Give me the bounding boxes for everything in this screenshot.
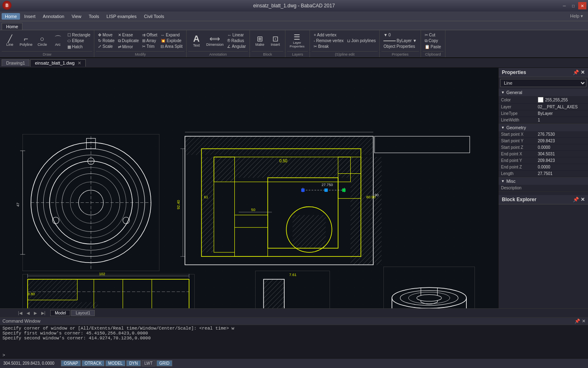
minimize-button[interactable]: ─ — [560, 2, 568, 9]
command-close-icon[interactable]: ✕ — [582, 319, 586, 324]
block-explorer-close-icon[interactable]: ✕ — [581, 197, 585, 202]
arc-button[interactable]: ⌒ Arc — [51, 34, 65, 47]
line-button[interactable]: ╱ Line — [2, 34, 17, 47]
doc-tab-close[interactable]: ✕ — [78, 61, 81, 65]
ribbon-group-annotation: A Text ⟺ Dimension ↔ Linear ® Radius ∠ A… — [187, 30, 250, 57]
draw-label: Draw — [2, 51, 92, 56]
move-button[interactable]: ✥ Move — [97, 32, 116, 38]
offset-button[interactable]: ⇉ Offset — [141, 32, 158, 38]
close-button[interactable]: ✕ — [578, 2, 586, 9]
help-area[interactable]: Help ▾ — [570, 13, 586, 19]
layer-dropdown[interactable]: ▼ 0 — [382, 32, 418, 38]
color-swatch — [538, 97, 543, 103]
make-button[interactable]: ⊞ Make — [252, 34, 267, 47]
misc-section-header[interactable]: ▼ Misc — [499, 177, 588, 185]
block-explorer-pin-icon[interactable]: 📌 — [573, 197, 579, 202]
model-button[interactable]: MODEL — [105, 360, 126, 366]
expand-button[interactable]: ↔ Expand — [159, 32, 184, 38]
object-properties-button[interactable]: Object Properties — [382, 44, 418, 49]
remove-vertex-button[interactable]: - Remove vertex — [312, 38, 345, 43]
explode-button[interactable]: 💥 Explode — [159, 38, 184, 43]
properties-panel-header: Properties 📌 ✕ — [499, 68, 588, 77]
menu-lisp[interactable]: LISP examples — [103, 13, 140, 20]
menu-insert[interactable]: Insert — [21, 13, 39, 20]
menu-tools[interactable]: Tools — [85, 13, 102, 20]
array-button[interactable]: ⊞ Array — [141, 38, 158, 43]
clipboard-items: ✂ Cut ⧉ Copy 📋 Paste — [423, 31, 443, 50]
line-icon: ╱ — [8, 35, 12, 43]
duplicate-button[interactable]: ⧉ Duplicate — [117, 38, 140, 44]
maximize-button[interactable]: □ — [569, 2, 577, 9]
grid-button[interactable]: GRID — [156, 360, 172, 366]
rotate-button[interactable]: ↻ Rotate — [97, 38, 116, 43]
areasplit-button[interactable]: ⊟ Area Split — [159, 44, 184, 49]
trim-button[interactable]: ✂ Trim — [141, 44, 158, 49]
cut-button[interactable]: ✂ Cut — [423, 32, 442, 38]
circle-button[interactable]: ○ Circle — [35, 34, 50, 47]
model-tab[interactable]: Model — [50, 310, 70, 316]
geometry-section-header[interactable]: ▼ Geometry — [499, 124, 588, 131]
nav-prev[interactable]: ◀ — [25, 310, 31, 316]
doc-tab-einsatz[interactable]: einsatz_blatt_1.dwg ✕ — [30, 59, 85, 67]
command-pin-icon[interactable]: 📌 — [575, 319, 580, 324]
menu-annotation[interactable]: Annotation — [40, 13, 68, 20]
polyline-icon: ⌐ — [24, 35, 29, 43]
nav-next[interactable]: ▶ — [32, 310, 39, 316]
window-title: einsatz_blatt_1.dwg - BabaCAD 2017 — [253, 3, 335, 9]
ellipse-button[interactable]: ⬭ Ellipse — [66, 38, 92, 44]
misc-section: ▼ Misc Description — [499, 177, 588, 192]
general-section-header[interactable]: ▼ General — [499, 89, 588, 96]
menu-civil[interactable]: Civil Tools — [141, 13, 167, 20]
general-toggle-icon: ▼ — [501, 90, 505, 94]
add-vertex-button[interactable]: + Add vertex — [312, 32, 345, 38]
properties-close-icon[interactable]: ✕ — [581, 70, 585, 75]
join-polylines-button[interactable]: ⊔ Join polylines — [346, 38, 377, 43]
dyn-button[interactable]: DYN — [126, 360, 140, 366]
cad-canvas[interactable]: 47 — [0, 68, 498, 308]
polyline-button[interactable]: ⌐ Polyline — [18, 34, 34, 47]
radius-button[interactable]: ® Radius — [226, 38, 247, 43]
linetype-dropdown[interactable]: ByLayer ▼ — [382, 38, 418, 43]
linetype-row: LineType ByLayer — [499, 110, 588, 117]
doc-tab-drawing1[interactable]: Drawing1 — [2, 59, 29, 66]
ribbon-group-layers: ☰ LayerProperties Layers — [285, 30, 310, 57]
layout-nav-arrows: |◀ ◀ ▶ ▶| — [16, 310, 47, 316]
layers-icon: ☰ — [294, 34, 300, 41]
rectangle-button[interactable]: ☐ Rectangle — [66, 32, 92, 38]
lwt-button[interactable]: LWT — [142, 360, 156, 366]
layer-properties-button[interactable]: ☰ LayerProperties — [288, 33, 306, 49]
angular-button[interactable]: ∠ Angular — [226, 44, 247, 49]
otrack-button[interactable]: OTRACK — [82, 360, 105, 366]
scale-button[interactable]: ⤢ Scale — [97, 44, 116, 49]
start-y-row: Start point Y 209.8423 — [499, 138, 588, 144]
dimension-button[interactable]: ⟺ Dimension — [205, 34, 225, 47]
mirror-button[interactable]: ⇌ Mirror — [117, 44, 140, 49]
make-icon: ⊞ — [257, 35, 263, 43]
text-button[interactable]: A Text — [189, 34, 204, 48]
pin-icon[interactable]: 📌 — [573, 70, 579, 75]
insert-button[interactable]: ⊡ Insert — [268, 34, 283, 47]
nav-last[interactable]: ▶| — [40, 310, 47, 316]
entity-type-selector[interactable]: Line — [500, 79, 586, 87]
nav-first[interactable]: |◀ — [16, 310, 24, 316]
description-row: Description — [499, 185, 588, 191]
modify-col3: ⇉ Offset ⊞ Array ✂ Trim — [141, 32, 158, 49]
ribbon-tab-home[interactable]: Home — [2, 23, 22, 30]
osnap-button[interactable]: OSNAP — [61, 360, 81, 366]
length-value: 27.7501 — [538, 171, 586, 176]
linear-button[interactable]: ↔ Linear — [226, 32, 247, 38]
hatch-button[interactable]: ▦ Hatch — [66, 44, 92, 49]
app-logo[interactable]: B — [2, 1, 11, 10]
svg-rect-44 — [301, 188, 305, 192]
menu-view[interactable]: View — [68, 13, 85, 20]
paste-button[interactable]: 📋 Paste — [423, 44, 442, 49]
cad-canvas-area[interactable]: 47 — [0, 68, 498, 308]
menu-home[interactable]: Home — [2, 13, 20, 20]
geometry-toggle-icon: ▼ — [501, 126, 505, 130]
erase-button[interactable]: ✕ Erase — [117, 32, 140, 38]
ribbon-content: ╱ Line ⌐ Polyline ○ Circle ⌒ Arc ☐ Recta… — [0, 30, 588, 57]
layout1-tab[interactable]: Layout1 — [71, 310, 95, 316]
break-button[interactable]: ✂ Break — [312, 44, 345, 49]
layout-tabs: |◀ ◀ ▶ ▶| Model Layout1 — [0, 308, 588, 317]
copy-button[interactable]: ⧉ Copy — [423, 38, 442, 44]
